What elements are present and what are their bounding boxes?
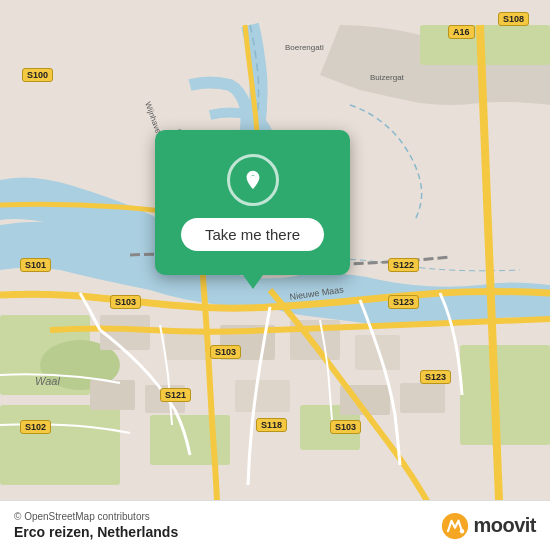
road-badge-s123b: S123: [420, 370, 451, 384]
svg-point-27: [460, 529, 464, 533]
moovit-brand-text: moovit: [473, 514, 536, 537]
road-badge-s103b: S103: [210, 345, 241, 359]
svg-rect-5: [150, 415, 230, 465]
svg-rect-12: [355, 335, 400, 370]
road-badge-s121: S121: [160, 388, 191, 402]
road-badge-a16: A16: [448, 25, 475, 39]
road-badge-s123a: S123: [388, 295, 419, 309]
bottom-bar: © OpenStreetMap contributors Erco reizen…: [0, 500, 550, 550]
location-pin-icon: [242, 169, 264, 191]
svg-rect-13: [90, 380, 135, 410]
moovit-icon: [441, 512, 469, 540]
road-badge-s100: S100: [22, 68, 53, 82]
road-badge-s108: S108: [498, 12, 529, 26]
road-badge-s103c: S103: [330, 420, 361, 434]
take-me-there-button[interactable]: Take me there: [181, 218, 324, 251]
svg-rect-7: [460, 345, 550, 445]
svg-text:Waal: Waal: [35, 375, 60, 387]
svg-rect-17: [400, 383, 445, 413]
svg-text:Buizergat: Buizergat: [370, 73, 405, 82]
location-name: Erco reizen, Netherlands: [14, 524, 178, 540]
map-container: Waal Nieuwe Maas Nassauhaven Wijnhaven K…: [0, 0, 550, 550]
svg-rect-15: [235, 380, 290, 412]
road-badge-s103a: S103: [110, 295, 141, 309]
popup-card: Take me there: [155, 130, 350, 275]
moovit-logo: moovit: [441, 512, 536, 540]
road-badge-s102: S102: [20, 420, 51, 434]
road-badge-s118: S118: [256, 418, 287, 432]
location-icon-circle: [227, 154, 279, 206]
road-badge-s122: S122: [388, 258, 419, 272]
bottom-info: © OpenStreetMap contributors Erco reizen…: [14, 511, 178, 540]
svg-text:Boerengatl: Boerengatl: [285, 43, 324, 52]
road-badge-s101: S101: [20, 258, 51, 272]
svg-rect-2: [0, 405, 120, 485]
map-background: Waal Nieuwe Maas Nassauhaven Wijnhaven K…: [0, 0, 550, 550]
copyright-text: © OpenStreetMap contributors: [14, 511, 178, 522]
